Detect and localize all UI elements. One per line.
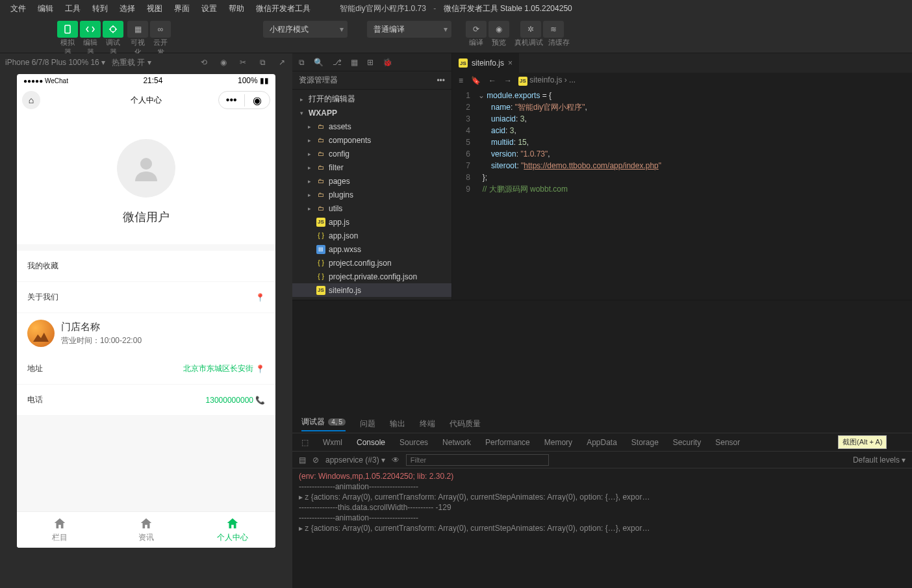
tabbar: 栏目 资讯 个人中心: [17, 511, 275, 548]
devtab-perf[interactable]: Performance: [485, 438, 530, 447]
ext-icon[interactable]: ▦: [351, 58, 358, 67]
branch-icon[interactable]: ⎇: [333, 58, 342, 67]
ext2-icon[interactable]: ⊞: [367, 58, 374, 67]
clear-icon[interactable]: ⊘: [312, 455, 319, 465]
code-editor[interactable]: 123456789 ⌄ module.exports = { name: "智能…: [452, 88, 912, 196]
devtab-sensor[interactable]: Sensor: [715, 438, 740, 447]
phone-row[interactable]: 电话13000000000 📞: [17, 385, 275, 416]
address-row[interactable]: 地址北京市东城区长安街 📍: [17, 353, 275, 385]
tab-issues[interactable]: 问题: [360, 418, 375, 429]
store-logo-icon: [27, 320, 55, 347]
devtab-security[interactable]: Security: [673, 438, 701, 447]
tab-news[interactable]: 资讯: [103, 512, 190, 548]
devtab-appdata[interactable]: AppData: [587, 438, 617, 447]
hotreload-toggle[interactable]: 热重载 开: [112, 58, 145, 67]
search-icon[interactable]: 🔍: [314, 58, 323, 67]
toolbar: 模拟器编辑器调试器 ▦ ∞ 可视化云开发 小程序模式 普通编译 ⟳ ◉ 编译预览…: [0, 17, 912, 53]
devtab-console[interactable]: Console: [357, 438, 385, 447]
more-icon[interactable]: •••: [437, 76, 445, 85]
menu-favorites[interactable]: 我的收藏: [17, 251, 275, 282]
menu-settings[interactable]: 设置: [196, 1, 222, 16]
menu-help[interactable]: 帮助: [223, 1, 249, 16]
menu-view[interactable]: 视图: [142, 1, 168, 16]
compile-button[interactable]: ⟳: [466, 21, 487, 38]
phone-simulator: ●●●●● WeChat 21:54 100% ▮▮ ⌂ 个人中心 •••◉ 微…: [17, 74, 275, 548]
tab-me[interactable]: 个人中心: [189, 512, 275, 548]
copy-icon[interactable]: ⧉: [257, 57, 268, 68]
menu-file[interactable]: 文件: [5, 1, 31, 16]
root-folder[interactable]: ▾WXAPP: [292, 106, 451, 120]
visualize-button[interactable]: ▦: [127, 21, 148, 38]
tab-debugger[interactable]: 调试器 4, 5: [301, 416, 346, 431]
close-icon[interactable]: ×: [508, 58, 513, 68]
folder-plugins[interactable]: ▸🗀plugins: [292, 188, 451, 201]
debugger-button[interactable]: [103, 21, 123, 38]
capsule[interactable]: •••◉: [218, 91, 270, 109]
avatar[interactable]: [117, 139, 175, 198]
folder-pages[interactable]: ▸🗀pages: [292, 174, 451, 188]
store-row[interactable]: 门店名称 营业时间：10:00-22:00: [17, 313, 275, 353]
profile-name: 微信用户: [123, 209, 170, 225]
open-editors[interactable]: ▸打开的编辑器: [292, 92, 451, 106]
menu-ui[interactable]: 界面: [169, 1, 195, 16]
tab-output[interactable]: 输出: [390, 418, 405, 429]
menu-devtools[interactable]: 微信开发者工具: [251, 1, 316, 16]
context-dropdown[interactable]: appservice (#3) ▾: [325, 455, 385, 465]
preview-button[interactable]: ◉: [488, 21, 509, 38]
cloud-button[interactable]: ∞: [150, 21, 171, 38]
explorer-title: 资源管理器: [299, 75, 338, 86]
tab-column[interactable]: 栏目: [17, 512, 103, 548]
editor-button[interactable]: [80, 21, 101, 38]
devtab-memory[interactable]: Memory: [544, 438, 572, 447]
back-icon[interactable]: ←: [488, 76, 496, 85]
menu-select[interactable]: 选择: [114, 1, 140, 16]
menubar: 文件 编辑 工具 转到 选择 视图 界面 设置 帮助 微信开发者工具 智能diy…: [0, 0, 912, 17]
device-info[interactable]: iPhone 6/7/8 Plus 100% 16: [5, 58, 99, 67]
folder-filter[interactable]: ▸🗀filter: [292, 160, 451, 174]
mode-dropdown[interactable]: 小程序模式: [263, 21, 348, 38]
menu-edit[interactable]: 编辑: [32, 1, 58, 16]
file-appjs[interactable]: JSapp.js: [292, 215, 451, 229]
devtab-sources[interactable]: Sources: [399, 438, 428, 447]
sidebar-icon[interactable]: ▤: [299, 455, 306, 465]
menu-about[interactable]: 关于我们📍: [17, 282, 275, 313]
folder-assets[interactable]: ▸🗀assets: [292, 120, 451, 133]
file-projconf[interactable]: { }project.config.json: [292, 256, 451, 270]
compile-dropdown[interactable]: 普通编译: [367, 21, 451, 38]
eye-icon[interactable]: 👁: [392, 455, 399, 465]
realdebug-button[interactable]: ✲: [520, 21, 541, 38]
menu-tools[interactable]: 工具: [60, 1, 86, 16]
folder-utils[interactable]: ▸🗀utils: [292, 201, 451, 215]
file-sitemap[interactable]: { }sitemap.json: [292, 297, 451, 300]
inspector-icon[interactable]: ⬚: [301, 438, 309, 447]
record-icon[interactable]: ◉: [218, 57, 229, 68]
files-icon[interactable]: ⧉: [299, 58, 305, 67]
tab-quality[interactable]: 代码质量: [450, 418, 481, 429]
levels-dropdown[interactable]: Default levels ▾: [853, 455, 906, 465]
folder-config[interactable]: ▸🗀config: [292, 147, 451, 160]
tab-terminal[interactable]: 终端: [420, 418, 435, 429]
debug-panel: 调试器 4, 5 问题 输出 终端 代码质量 ⬚ Wxml Console So…: [292, 300, 912, 588]
devtab-wxml[interactable]: Wxml: [323, 438, 342, 447]
rotate-icon[interactable]: ⟲: [199, 57, 209, 68]
bookmark-icon[interactable]: 🔖: [471, 76, 481, 85]
menu-goto[interactable]: 转到: [87, 1, 113, 16]
devtab-storage[interactable]: Storage: [631, 438, 659, 447]
pop-icon[interactable]: ↗: [277, 57, 287, 68]
home-icon[interactable]: ⌂: [22, 91, 40, 109]
list-icon[interactable]: ≡: [459, 76, 463, 85]
bug-icon[interactable]: 🐞: [383, 58, 392, 67]
console-output[interactable]: (env: Windows,mp,1.05.2204250; lib: 2.30…: [292, 468, 912, 588]
file-siteinfo[interactable]: JSsiteinfo.js: [292, 283, 451, 297]
folder-components[interactable]: ▸🗀components: [292, 133, 451, 147]
file-appwxss[interactable]: ▤app.wxss: [292, 242, 451, 256]
file-appjson[interactable]: { }app.json: [292, 229, 451, 242]
file-tab-siteinfo[interactable]: JSsiteinfo.js×: [452, 53, 520, 73]
fwd-icon[interactable]: →: [504, 76, 512, 85]
clearcache-button[interactable]: ≋: [543, 21, 564, 38]
simulator-button[interactable]: [57, 21, 78, 38]
filter-input[interactable]: [406, 454, 549, 466]
devtab-network[interactable]: Network: [442, 438, 471, 447]
file-projpriv[interactable]: { }project.private.config.json: [292, 270, 451, 283]
cut-icon[interactable]: ✂: [238, 57, 248, 68]
